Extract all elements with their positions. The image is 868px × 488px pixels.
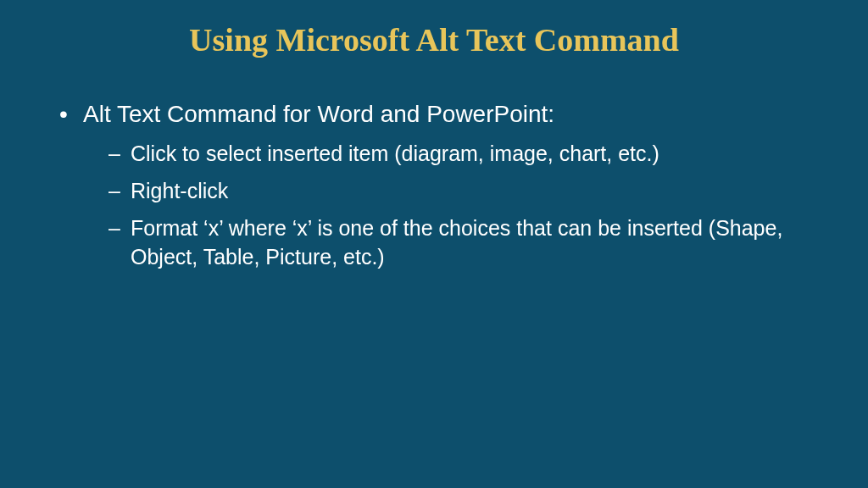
slide: Using Microsoft Alt Text Command Alt Tex…: [0, 0, 868, 488]
bullet-list-level2: Click to select inserted item (diagram, …: [83, 140, 826, 271]
bullet-list-level1: Alt Text Command for Word and PowerPoint…: [42, 99, 826, 271]
bullet-text: Right-click: [131, 179, 228, 202]
slide-title: Using Microsoft Alt Text Command: [42, 21, 826, 58]
list-item: Right-click: [108, 177, 826, 206]
bullet-text: Format ‘x’ where ‘x’ is one of the choic…: [131, 216, 782, 269]
bullet-text: Click to select inserted item (diagram, …: [131, 141, 659, 165]
list-item: Click to select inserted item (diagram, …: [108, 140, 826, 169]
list-item: Format ‘x’ where ‘x’ is one of the choic…: [108, 214, 826, 272]
bullet-text: Alt Text Command for Word and PowerPoint…: [83, 101, 554, 127]
list-item: Alt Text Command for Word and PowerPoint…: [59, 99, 826, 271]
